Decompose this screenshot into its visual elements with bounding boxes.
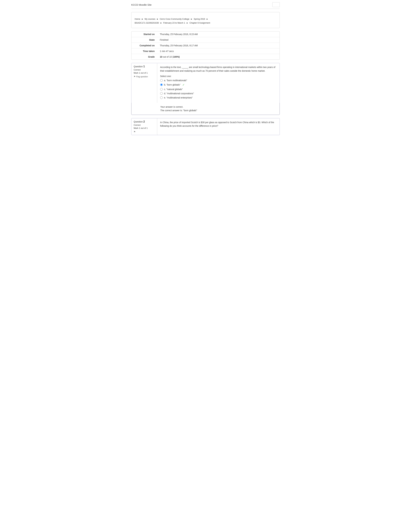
- grade-number: 10: [160, 56, 162, 58]
- answer-1d: d. "multinational corporations": [160, 92, 277, 95]
- breadcrumb-spring-2016[interactable]: Spring 2016: [194, 18, 205, 20]
- question-1-inner: Question 1 Correct Mark 1 out of 1 ⚑ Fla…: [131, 63, 280, 103]
- breadcrumb-feb-march[interactable]: February 23 to March 1: [163, 22, 185, 24]
- grade-out-of: out of: [163, 56, 169, 58]
- flag-icon-2: ⚑: [134, 131, 136, 133]
- feedback-1-line1: Your answer is correct.: [160, 105, 277, 109]
- site-header: KCCD Moodle Site: [131, 0, 280, 9]
- question-1-block: Question 1 Correct Mark 1 out of 1 ⚑ Fla…: [131, 63, 280, 115]
- question-1-status: Correct: [134, 69, 155, 71]
- quiz-info-section: Started on Thursday, 25 February 2016, 8…: [131, 31, 280, 60]
- flag-question-1[interactable]: ⚑ Flag question: [134, 75, 155, 78]
- breadcrumb-chapter8[interactable]: Chapter 8 Assignment: [190, 22, 210, 24]
- flag-icon-1: ⚑: [134, 75, 136, 78]
- answer-1e: e. "multinational enterprises": [160, 96, 277, 99]
- answer-1a-label: a. "born multinationals": [164, 79, 187, 82]
- question-1-feedback: Your answer is correct. The correct answ…: [131, 103, 280, 115]
- answer-1c: c. "natural globals": [160, 88, 277, 91]
- question-2-sidebar: Question 2 Correct Mark 1 out of 1 ⚑: [131, 118, 157, 135]
- answer-1d-label: d. "multinational corporations": [164, 92, 194, 95]
- question-1-text: According to the text, _____ are small t…: [160, 65, 277, 73]
- time-taken-label: Time taken: [131, 48, 157, 54]
- completed-on-row: Completed on Thursday, 25 February 2016,…: [131, 43, 280, 48]
- breadcrumb-sep-6: ►: [186, 22, 188, 24]
- completed-on-value: Thursday, 25 February 2016, 8:17 AM: [157, 43, 280, 48]
- started-on-row: Started on Thursday, 25 February 2016, 8…: [131, 31, 280, 37]
- state-row: State Finished: [131, 37, 280, 43]
- radio-1c[interactable]: [160, 88, 163, 91]
- breadcrumb: Home ► My courses ► Cerro Coso Community…: [135, 17, 276, 25]
- correct-checkmark-1: ✓: [182, 83, 184, 86]
- grade-percent: 100: [173, 56, 177, 58]
- time-taken-row: Time taken 1 min 47 secs: [131, 48, 280, 54]
- question-2-number: Question 2: [134, 120, 155, 123]
- breadcrumb-sep-5: ►: [160, 22, 162, 24]
- feedback-1-line2: The correct answer is: "born globals": [160, 109, 277, 112]
- question-1-num-bold: 1: [143, 65, 145, 68]
- breadcrumb-home[interactable]: Home: [135, 18, 140, 20]
- select-one-label-1: Select one:: [160, 75, 277, 77]
- header-user-box[interactable]: [272, 2, 280, 7]
- question-2-status: Correct: [134, 124, 155, 126]
- breadcrumb-sep-3: ►: [191, 18, 192, 20]
- breadcrumb-bsadc[interactable]: BSADC171-32206201630: [135, 22, 159, 24]
- radio-1d[interactable]: [160, 92, 163, 95]
- question-1-mark: Mark 1 out of 1: [134, 72, 155, 74]
- time-taken-value: 1 min 47 secs: [157, 48, 280, 54]
- state-value: Finished: [157, 37, 280, 43]
- grade-row: Grade 10 out of 10 (100%): [131, 54, 280, 60]
- flag-question-2[interactable]: ⚑: [134, 131, 155, 133]
- answer-1b: b. "born globals" ✓: [160, 83, 277, 86]
- question-2-num-bold: 2: [143, 120, 145, 123]
- answer-1e-label: e. "multinational enterprises": [164, 96, 192, 99]
- radio-1b[interactable]: [160, 84, 163, 86]
- grade-value: 10 out of 10 (100%): [157, 54, 280, 60]
- question-1-number: Question 1: [134, 65, 155, 68]
- breadcrumb-my-courses[interactable]: My courses: [145, 18, 155, 20]
- started-on-label: Started on: [131, 31, 157, 37]
- breadcrumb-sep-2: ►: [157, 18, 159, 20]
- question-2-text: In China, the price of imported Scotch i…: [160, 121, 277, 128]
- breadcrumb-container: Home ► My courses ► Cerro Coso Community…: [131, 12, 280, 28]
- answer-1c-label: c. "natural globals": [164, 88, 183, 91]
- quiz-info-table: Started on Thursday, 25 February 2016, 8…: [131, 31, 280, 60]
- flag-label-1: Flag question: [136, 76, 148, 78]
- grade-percent-sign: %): [177, 56, 180, 58]
- breadcrumb-sep-1: ►: [141, 18, 143, 20]
- completed-on-label: Completed on: [131, 43, 157, 48]
- grade-total: 10: [169, 56, 172, 58]
- radio-1e[interactable]: [160, 96, 163, 99]
- answer-1a: a. "born multinationals": [160, 79, 277, 82]
- answer-1b-label: b. "born globals": [164, 84, 181, 86]
- grade-label: Grade: [131, 54, 157, 60]
- question-1-sidebar: Question 1 Correct Mark 1 out of 1 ⚑ Fla…: [131, 63, 157, 103]
- question-2-block: Question 2 Correct Mark 1 out of 1 ⚑ In …: [131, 118, 280, 135]
- question-2-inner: Question 2 Correct Mark 1 out of 1 ⚑ In …: [131, 118, 280, 135]
- started-on-value: Thursday, 25 February 2016, 8:15 AM: [157, 31, 280, 37]
- site-title: KCCD Moodle Site: [131, 3, 152, 6]
- breadcrumb-sep-4: ►: [206, 18, 208, 20]
- breadcrumb-cerro-coso[interactable]: Cerro Coso Community College: [160, 18, 189, 20]
- state-label: State: [131, 37, 157, 43]
- question-2-mark: Mark 1 out of 1: [134, 127, 155, 129]
- question-1-content: According to the text, _____ are small t…: [157, 63, 280, 103]
- radio-1a[interactable]: [160, 79, 163, 82]
- question-2-content: In China, the price of imported Scotch i…: [157, 118, 280, 135]
